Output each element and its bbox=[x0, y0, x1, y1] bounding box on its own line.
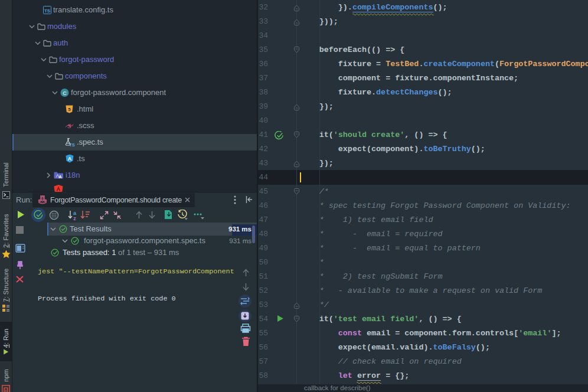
svg-text:TS: TS bbox=[44, 8, 51, 14]
svg-text:A: A bbox=[68, 156, 72, 162]
svg-text:A: A bbox=[58, 174, 62, 179]
svg-text:TS: TS bbox=[69, 142, 75, 147]
svg-text:C: C bbox=[63, 90, 67, 96]
svg-text:5: 5 bbox=[68, 107, 71, 112]
svg-text:z: z bbox=[73, 215, 76, 221]
